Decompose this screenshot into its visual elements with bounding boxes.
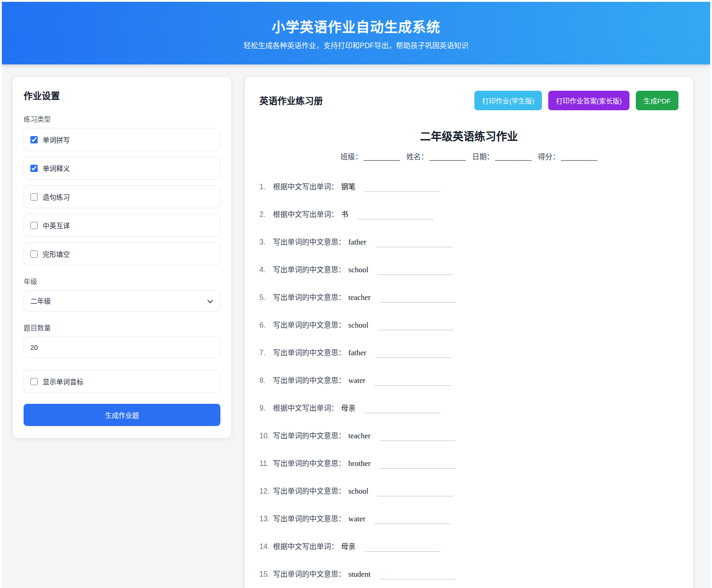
question-row: 9.根据中文写出单词：母亲 <box>259 402 678 413</box>
question-row: 3.写出单词的中文意思：father <box>259 236 678 247</box>
answer-blank-line <box>357 213 434 220</box>
question-number: 15. <box>259 570 273 578</box>
question-word: 钢笔 <box>341 183 356 191</box>
generate-button[interactable]: 生成作业题 <box>24 404 220 426</box>
print-parent-button[interactable]: 打印作业答案(家长版) <box>548 91 629 110</box>
question-prompt: 写出单词的中文意思： <box>273 487 346 495</box>
question-row: 14.根据中文写出单词：母亲 <box>259 540 678 551</box>
question-number: 11. <box>259 460 273 468</box>
answer-blank-line <box>380 435 456 441</box>
workbook-actions: 打印作业(学生版) 打印作业答案(家长版) 生成PDF <box>474 91 678 110</box>
question-number: 3. <box>259 238 273 246</box>
question-row: 15.写出单词的中文意思：student <box>259 568 678 579</box>
info-field-label: 得分： <box>538 153 560 161</box>
question-word: student <box>348 570 371 578</box>
question-prompt: 写出单词的中文意思： <box>273 515 346 523</box>
question-number: 2. <box>259 211 273 219</box>
question-number: 1. <box>259 183 273 191</box>
question-prompt: 根据中文写出单词： <box>273 543 338 550</box>
question-prompt: 写出单词的中文意思： <box>273 238 346 246</box>
exercise-type-label: 练习类型 <box>24 114 220 123</box>
print-student-button[interactable]: 打印作业(学生版) <box>474 91 542 110</box>
question-word: teacher <box>348 293 371 302</box>
answer-blank-line <box>375 379 451 386</box>
exercise-type-label: 单词拼写 <box>43 135 70 144</box>
question-word: water <box>348 514 366 523</box>
info-field-blank: _________ <box>364 153 400 161</box>
exercise-type-label: 完形填空 <box>43 249 70 259</box>
exercise-type-checkbox[interactable] <box>30 165 38 172</box>
question-row: 8.写出单词的中文意思：water <box>259 374 678 385</box>
answer-blank-line <box>380 296 456 303</box>
question-word: 母亲 <box>341 404 356 412</box>
worksheet-title: 二年级英语练习作业 <box>259 127 678 143</box>
info-field: 姓名：_________ <box>406 153 466 161</box>
question-row: 6.写出单词的中文意思：school <box>259 319 678 330</box>
workbook-header: 英语作业练习册 打印作业(学生版) 打印作业答案(家长版) 生成PDF <box>259 91 678 110</box>
question-number: 9. <box>259 404 273 412</box>
answer-blank-line <box>375 518 451 524</box>
worksheet: 二年级英语练习作业 班级：_________姓名：_________日期：___… <box>259 127 678 588</box>
count-label: 题目数量 <box>24 323 220 332</box>
question-row: 5.写出单词的中文意思：teacher <box>259 291 678 302</box>
app-subtitle: 轻松生成各种英语作业，支持打印和PDF导出，帮助孩子巩固英语知识 <box>244 39 468 50</box>
exercise-type-option[interactable]: 单词拼写 <box>24 128 220 151</box>
question-row: 13.写出单词的中文意思：water <box>259 513 678 524</box>
question-number: 7. <box>259 349 273 357</box>
question-word: school <box>348 487 368 495</box>
question-row: 12.写出单词的中文意思：school <box>259 485 678 496</box>
question-prompt: 写出单词的中文意思： <box>273 570 346 578</box>
answer-blank-line <box>365 545 441 552</box>
question-number: 14. <box>259 543 273 551</box>
exercise-type-option[interactable]: 完形填空 <box>24 242 220 265</box>
question-number: 8. <box>259 377 273 385</box>
exercise-type-checkbox[interactable] <box>30 222 38 229</box>
question-row: 2.根据中文写出单词：书 <box>259 208 678 219</box>
info-field-label: 姓名： <box>406 153 428 161</box>
phonetic-option-label: 显示单词音标 <box>43 377 83 386</box>
question-count-input[interactable] <box>24 337 220 358</box>
question-prompt: 写出单词的中文意思： <box>273 377 346 384</box>
question-word: brother <box>348 459 371 468</box>
question-list: 1.根据中文写出单词：钢笔2.根据中文写出单词：书3.写出单词的中文意思：fat… <box>259 181 678 588</box>
question-prompt: 根据中文写出单词： <box>273 183 338 191</box>
question-word: father <box>348 238 366 246</box>
exercise-type-checkbox[interactable] <box>30 193 38 201</box>
exercise-type-checkbox[interactable] <box>30 136 38 143</box>
phonetic-option-row[interactable]: 显示单词音标 <box>24 370 220 393</box>
question-word: school <box>348 265 368 274</box>
phonetic-checkbox[interactable] <box>30 378 38 385</box>
exercise-type-option[interactable]: 中英互译 <box>24 214 220 237</box>
info-field: 日期：_________ <box>472 153 532 161</box>
info-field-blank: _________ <box>495 153 532 161</box>
answer-blank-line <box>377 269 454 275</box>
exercise-type-option[interactable]: 造句练习 <box>24 185 220 208</box>
generate-pdf-button[interactable]: 生成PDF <box>636 91 678 110</box>
info-field-label: 班级： <box>341 153 362 161</box>
answer-blank-line <box>380 573 456 579</box>
question-word: water <box>348 376 366 385</box>
question-number: 13. <box>259 515 273 523</box>
exercise-type-checkbox[interactable] <box>30 250 38 258</box>
exercise-type-option[interactable]: 单词释义 <box>24 157 220 180</box>
answer-blank-line <box>377 324 454 330</box>
question-prompt: 写出单词的中文意思： <box>273 321 346 329</box>
question-number: 5. <box>259 294 273 302</box>
exercise-type-label: 造句练习 <box>43 192 70 201</box>
grade-select[interactable]: 二年级 <box>24 290 220 312</box>
workbook-title: 英语作业练习册 <box>259 94 323 107</box>
exercise-type-label: 单词释义 <box>43 163 70 173</box>
info-field: 得分：_________ <box>538 153 597 161</box>
main-content: 作业设置 练习类型 单词拼写单词释义造句练习中英互译完形填空 年级 二年级 题目… <box>2 64 710 588</box>
question-word: school <box>348 321 368 329</box>
question-prompt: 写出单词的中文意思： <box>273 294 346 301</box>
grade-label: 年级 <box>24 276 220 286</box>
question-prompt: 根据中文写出单词： <box>273 211 338 218</box>
question-row: 1.根据中文写出单词：钢笔 <box>259 181 678 191</box>
question-row: 4.写出单词的中文意思：school <box>259 264 678 274</box>
question-row: 7.写出单词的中文意思：father <box>259 347 678 358</box>
question-word: 母亲 <box>341 543 356 550</box>
app-title: 小学英语作业自动生成系统 <box>272 16 440 36</box>
settings-title: 作业设置 <box>24 89 220 102</box>
question-prompt: 写出单词的中文意思： <box>273 460 346 467</box>
